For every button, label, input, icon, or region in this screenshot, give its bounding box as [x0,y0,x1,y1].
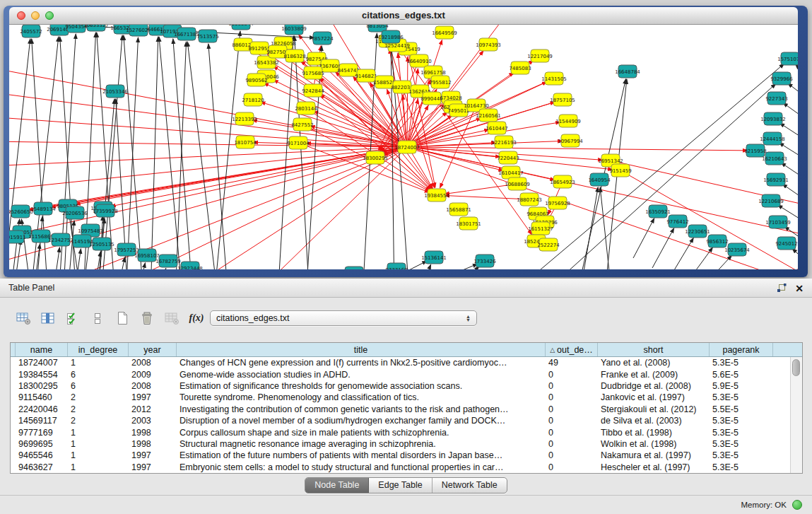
graph-node[interactable]: 25260650 [9,205,33,218]
table-mode-icon[interactable] [14,310,33,327]
clear-selection-icon[interactable] [88,310,107,327]
table-cell[interactable]: 1 [67,428,128,438]
column-header-outde[interactable]: △out_de… [546,343,598,356]
graph-node[interactable]: 12216193 [491,136,517,148]
graph-node[interactable]: 9245012 [775,237,797,250]
graph-node[interactable]: 9151459 [609,164,631,177]
table-cell[interactable]: 1 [67,439,128,449]
table-cell[interactable]: 5.6E-5 [709,370,772,380]
table-cell[interactable]: 5.5E-5 [709,404,772,414]
table-cell[interactable]: 1 [67,462,128,472]
graph-node[interactable]: 16648784 [615,65,640,78]
table-cell[interactable]: 18300295 [15,381,67,391]
table-row[interactable]: 911546021997Tourette syndrome. Phenomeno… [11,392,802,403]
table-cell[interactable]: 2 [67,404,128,414]
table-cell[interactable]: 22420046 [15,404,67,414]
graph-node[interactable]: 1640954 [588,173,611,186]
tab-node-table[interactable]: Node Table [305,478,369,493]
graph-node[interactable]: 15692931 [763,173,789,186]
graph-node[interactable]: 20206536 [62,206,88,219]
graph-node[interactable]: 17359928 [93,204,118,217]
column-header-indegree[interactable]: in_degree [68,343,129,356]
graph-node[interactable]: 19756928 [545,197,570,209]
graph-node[interactable]: 9171004 [287,136,310,149]
column-header-pagerank[interactable]: pagerank [710,343,773,356]
close-window-button[interactable] [17,11,25,20]
table-cell[interactable]: Disruption of a novel member of a sodium… [176,416,545,426]
table-cell[interactable]: 0 [545,381,597,391]
graph-node[interactable]: 16033809 [281,25,307,35]
table-cell[interactable]: 2008 [128,381,176,391]
graph-node[interactable]: 15489134 [30,202,56,215]
table-cell[interactable]: 14569117 [15,416,67,426]
graph-node[interactable]: 12213393 [232,112,257,125]
table-cell[interactable]: Tourette syndrome. Phenomenology and cla… [176,392,545,402]
table-cell[interactable]: 5.3E-5 [709,462,772,472]
graph-node[interactable]: 9242844 [302,84,324,97]
column-header-title[interactable]: title [177,343,546,356]
graph-node[interactable]: 3915911 [9,230,26,243]
graph-node[interactable]: 10235674 [724,243,750,256]
graph-node[interactable]: 11431505 [541,72,567,85]
graph-node[interactable]: 18654923 [550,175,575,188]
graph-node[interactable]: 2803144 [295,102,317,115]
table-cell[interactable]: 2008 [128,358,176,368]
graph-node[interactable]: 7513575 [196,30,218,42]
graph-node[interactable]: 9463627 [343,267,365,269]
network-canvas[interactable]: 1872400718300295193845548860123891295516… [9,25,798,269]
table-cell[interactable]: 49 [545,358,597,368]
table-cell[interactable]: 2 [67,392,128,402]
table-cell[interactable]: 5.3E-5 [709,358,772,368]
table-cell[interactable]: 9699695 [15,439,67,449]
graph-node[interactable]: 12160561 [476,109,501,122]
table-cell[interactable]: 0 [545,416,597,426]
table-cell[interactable]: 0 [545,370,597,380]
scrollbar-thumb[interactable] [792,359,800,376]
graph-node[interactable]: 9856312 [706,235,728,247]
table-cell[interactable]: Corpus callosum shape and size in male p… [176,428,545,438]
graph-node[interactable]: 12093832 [760,112,786,125]
table-cell[interactable]: de Silva et al. (2003) [597,416,709,426]
graph-node[interactable]: 2718120 [242,93,264,106]
show-columns-icon[interactable] [39,310,57,327]
graph-node[interactable]: 16640910 [406,54,432,67]
graph-node[interactable]: 19218986 [378,30,404,43]
table-cell[interactable]: Hescheler et al. (1997) [597,462,709,472]
graph-node[interactable]: 12230651 [685,225,710,238]
graph-node[interactable]: 12923448 [177,262,203,269]
new-table-icon[interactable] [113,310,131,327]
table-cell[interactable]: 1998 [128,428,176,438]
table-cell[interactable]: Estimation of significance thresholds fo… [176,381,545,391]
table-cell[interactable]: 5.3E-5 [709,439,772,449]
graph-node[interactable]: 9777169 [385,263,407,269]
graph-node[interactable]: 15136141 [421,251,447,264]
table-cell[interactable]: Jankovic et al. (1997) [597,392,709,402]
table-cell[interactable]: 6 [67,370,128,380]
graph-node[interactable]: 18301751 [456,217,481,230]
column-header-year[interactable]: year [129,343,177,356]
graph-node[interactable]: 12217049 [527,49,553,62]
column-header-name[interactable]: name [16,343,68,356]
table-row[interactable]: 1938455462009Genome-wide association stu… [11,368,802,380]
table-row[interactable]: 2242004622012Investigating the contribut… [11,404,802,415]
table-selector-dropdown[interactable]: citations_edges.txt ▲▼ [210,310,477,326]
table-cell[interactable]: Changes of HCN gene expression and I(f) … [176,358,545,368]
graph-node[interactable]: 17103459 [765,216,791,228]
graph-node[interactable]: 18300295 [363,151,388,164]
minimize-window-button[interactable] [31,11,40,20]
table-cell[interactable]: 0 [545,462,597,472]
table-cell[interactable]: Franke et al. (2009) [597,370,709,380]
graph-node[interactable]: 15658871 [446,203,471,216]
graph-node[interactable]: 12210689 [758,194,784,207]
table-cell[interactable]: 0 [545,439,597,449]
table-cell[interactable]: Nakamura et al. (1997) [597,450,709,460]
table-cell[interactable]: 5.3E-5 [709,450,772,460]
table-cell[interactable]: 5.3E-5 [709,428,772,438]
graph-node[interactable]: 19384554 [424,189,449,201]
graph-node[interactable]: 9175685 [302,66,324,79]
table-cell[interactable]: 2009 [128,370,176,380]
table-cell[interactable]: 5.3E-5 [709,416,772,426]
graph-node[interactable]: 2522274 [537,238,560,251]
table-cell[interactable]: Genome-wide association studies in ADHD. [176,370,545,380]
graph-node[interactable]: 9890562 [245,74,267,86]
